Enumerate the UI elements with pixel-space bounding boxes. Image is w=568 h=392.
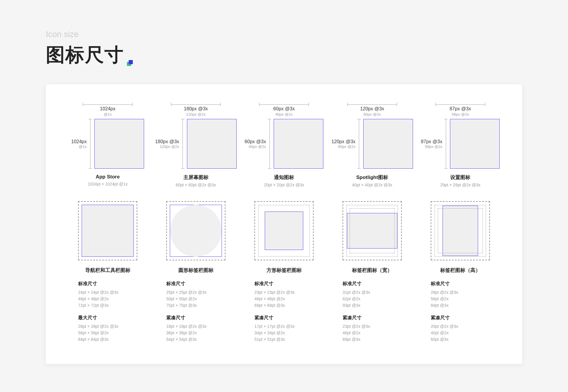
spec-line: 24pt × 24pt @2x @3x: [78, 290, 137, 295]
page-subtitle: Icon size: [46, 30, 133, 39]
spec-line: 51pt × 51pt @3x: [254, 337, 314, 342]
icon-spec-item: 60px @3x 40px @2x 60px @3x 40px @2x 通知图标…: [243, 103, 325, 187]
page-header: Icon size 图标尺寸: [46, 30, 133, 68]
dimension-left: 87px @3x 58px @2x: [421, 119, 448, 169]
dimension-left-sub: 120px @2x: [155, 144, 179, 149]
spec-line: 28pt @2x @3x: [431, 290, 490, 295]
icon-spec-col: 标签栏图标（宽） 标准尺寸 31pt @2x @3x62pt @2x93pt @…: [331, 201, 414, 343]
icon-spec-col: 标签栏图标（高） 标准尺寸 28pt @2x @3x56pt @2x84pt @…: [419, 201, 502, 343]
spec-line: 69pt @3x: [343, 337, 402, 342]
spec-dash-inner2: [438, 208, 483, 253]
icon-name: 主屏幕图标: [183, 174, 209, 181]
icon-desc: 29pt × 29pt @2x @3x: [440, 183, 480, 187]
dimension-left-label: 180px @3x: [155, 139, 179, 144]
spec-info: 标准尺寸 23pt × 23pt @2x @3x46pt × 46pt @2x6…: [254, 279, 314, 343]
icon-placeholder-box: [187, 119, 237, 169]
dimension-top-label: 180px @3x: [184, 106, 208, 112]
spec-line: 23pt @2x @3x: [343, 324, 402, 329]
spec-name: 标签栏图标（宽）: [352, 267, 392, 274]
spec-section-label: 标准尺寸: [78, 281, 137, 287]
spec-bounding-box: [431, 201, 490, 260]
dimension-top-sub: 58px @2x: [452, 112, 469, 117]
spec-info: 标准尺寸 28pt @2x @3x56pt @2x84pt @3x 紧凑尺寸 2…: [431, 279, 490, 343]
spec-section-label: 紧凑尺寸: [431, 315, 490, 321]
spec-line: 46pt @2x: [343, 330, 402, 335]
icon-size-row-top: 1024px @1x 1024px @1x App Store 1024pt ×…: [46, 103, 522, 187]
spec-shape-full: [82, 205, 134, 257]
spec-name: 导航栏和工具栏图标: [85, 267, 130, 274]
spec-line: 46pt × 46pt @2x: [254, 296, 314, 301]
spec-line: 25pt × 25pt @2x @3x: [166, 290, 225, 295]
spec-line: 50pt × 50pt @2x: [166, 296, 225, 301]
spec-bounding-box: [78, 201, 137, 260]
spec-section-label: 标准尺寸: [254, 281, 314, 287]
icon-spec-item: 1024px @1x 1024px @1x App Store 1024pt ×…: [66, 103, 149, 187]
spec-line: 69pt × 69pt @3x: [254, 303, 314, 308]
spec-section-label: 最大尺寸: [78, 315, 137, 321]
icon-placeholder-box: [274, 119, 323, 169]
spec-line: 84pt × 84pt @3x: [78, 337, 137, 342]
spec-line: 17pt × 17pt @2x @3x: [254, 324, 314, 329]
page-title: 图标尺寸: [46, 42, 124, 68]
icon-desc: 60pt × 60pt @2x @3x: [176, 183, 216, 187]
dimension-top-label: 87px @3x: [450, 106, 471, 112]
spec-section-label: 紧凑尺寸: [343, 315, 402, 321]
icon-size-row-bottom: 导航栏和工具栏图标 标准尺寸 24pt × 24pt @2x @3x48pt ×…: [46, 201, 522, 343]
icon-name: 通知图标: [274, 174, 294, 181]
icon-name: App Store: [96, 174, 120, 180]
icon-spec-col: 圆形标签栏图标 标准尺寸 25pt × 25pt @2x @3x50pt × 5…: [154, 201, 237, 343]
dimension-left-sub: @1x: [71, 144, 87, 149]
spec-info: 标准尺寸 24pt × 24pt @2x @3x48pt × 48pt @2x7…: [78, 279, 137, 343]
dimension-top-label: 60px @3x: [273, 106, 295, 112]
spec-bounding-box: [166, 201, 225, 260]
spec-name: 标签栏图标（高）: [440, 267, 480, 274]
title-accent-icon: [129, 60, 133, 64]
dimension-top-sub: 120px @2x: [186, 112, 206, 117]
icon-desc: 1024pt × 1024pt @1x: [88, 182, 128, 186]
spec-line: 31pt @2x @3x: [343, 290, 402, 295]
spec-shape-circle-frame: [170, 205, 222, 257]
spec-line: 23pt × 23pt @2x @3x: [254, 290, 314, 295]
icon-desc: 40pt × 40pt @2x @3x: [352, 183, 392, 187]
dimension-left-label: 60px @3x: [245, 139, 266, 144]
dimension-top-sub: @1x: [104, 112, 112, 117]
icon-placeholder-box: [450, 119, 500, 169]
dimension-left-label: 87px @3x: [421, 139, 442, 144]
dimension-top: 120px @3x 80px @2x: [347, 103, 397, 117]
dimension-left: 60px @3x 40px @2x: [245, 119, 271, 169]
spec-line: 72pt × 72pt @3x: [78, 303, 137, 308]
spec-line: 48pt × 48pt @2x: [78, 296, 137, 301]
spec-dash-inner: [258, 205, 310, 257]
spec-line: 20pt @2x @3x: [431, 324, 490, 329]
icon-name: 设置图标: [450, 174, 470, 181]
spec-line: 40pt @2x: [431, 330, 490, 335]
icon-desc: 20pt × 20pt @2x @3x: [264, 183, 304, 187]
spec-line: 18pt × 18pt @2x @3x: [166, 324, 225, 329]
icon-spec-col: 导航栏和工具栏图标 标准尺寸 24pt × 24pt @2x @3x48pt ×…: [66, 201, 149, 343]
spec-info: 标准尺寸 25pt × 25pt @2x @3x50pt × 50pt @2x7…: [166, 279, 225, 343]
dimension-left-label: 1024px: [71, 139, 87, 144]
dimension-left: 180px @3x 120px @2x: [155, 119, 184, 169]
icon-spec-item: 120px @3x 80px @2x 120px @3x 80px @2x Sp…: [331, 103, 414, 187]
icon-spec-item: 87px @3x 58px @2x 87px @3x 58px @2x 设置图标…: [419, 103, 502, 187]
spec-section-label: 标准尺寸: [166, 281, 225, 287]
spec-line: 56pt × 56pt @2x: [78, 330, 137, 335]
spec-line: 36pt × 36pt @2x: [166, 330, 225, 335]
spec-line: 60pt @3x: [431, 337, 490, 342]
content-card: 1024px @1x 1024px @1x App Store 1024pt ×…: [46, 84, 522, 364]
icon-spec-item: 180px @3x 120px @2x 180px @3x 120px @2x …: [154, 103, 237, 187]
dimension-top: 60px @3x 40px @2x: [259, 103, 309, 117]
dimension-left-sub: 80px @2x: [331, 144, 355, 149]
dimension-top-sub: 80px @2x: [364, 112, 381, 117]
dimension-top-label: 120px @3x: [360, 106, 384, 112]
dimension-left: 1024px @1x: [71, 119, 92, 169]
spec-line: 34pt × 34pt @2x: [254, 330, 314, 335]
dimension-top-sub: 40px @2x: [275, 112, 293, 117]
spec-line: 75pt × 75pt @3x: [166, 303, 225, 308]
spec-line: 62pt @2x: [343, 296, 402, 301]
spec-section-label: 标准尺寸: [343, 281, 402, 287]
spec-line: 84pt @3x: [431, 303, 490, 308]
spec-name: 方形标签栏图标: [267, 267, 302, 274]
dimension-left-label: 120px @3x: [331, 139, 355, 144]
spec-bounding-box: [343, 201, 402, 260]
